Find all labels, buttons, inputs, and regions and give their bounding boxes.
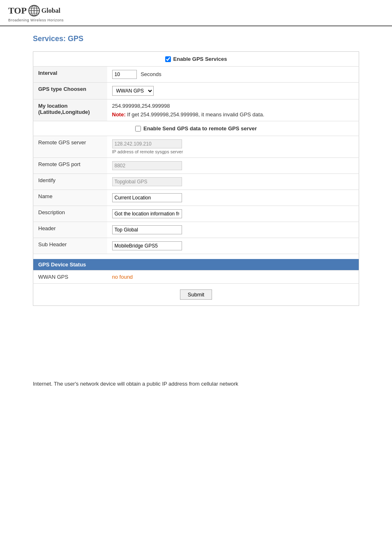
gps-type-label: GPS type Choosen xyxy=(33,83,107,99)
identify-value-cell xyxy=(107,174,359,190)
gps-type-value-cell: WWAN GPS Internal GPS USB GPS xyxy=(107,83,359,99)
subheader-input[interactable] xyxy=(112,241,182,250)
description-label: Description xyxy=(33,206,107,222)
send-gps-label[interactable]: Enable Send GPS data to remote GPS serve… xyxy=(38,125,354,132)
remote-port-input[interactable] xyxy=(112,161,182,170)
logo-global-text: Global xyxy=(42,7,60,14)
interval-input[interactable] xyxy=(112,70,137,79)
logo-globe-icon xyxy=(28,4,41,17)
gps-type-row: GPS type Choosen WWAN GPS Internal GPS U… xyxy=(33,83,359,99)
remote-server-row: Remote GPS server IP address of remote s… xyxy=(33,136,359,158)
header-input[interactable] xyxy=(112,225,182,234)
description-input[interactable] xyxy=(112,209,182,218)
header-value-cell xyxy=(107,222,359,238)
wwan-gps-status-row: WWAN GPS no found xyxy=(33,270,359,283)
enable-gps-label[interactable]: Enable GPS Services xyxy=(38,56,354,62)
description-value-cell xyxy=(107,206,359,222)
my-location-value-cell: 254.999998,254.999998 Note: If get 254.9… xyxy=(107,99,359,121)
remote-server-value-cell: IP address of remote sysgps server xyxy=(107,136,359,158)
interval-label: Interval xyxy=(33,67,107,83)
gps-type-select[interactable]: WWAN GPS Internal GPS USB GPS xyxy=(112,86,154,96)
header-field-label: Header xyxy=(33,222,107,238)
send-gps-checkbox[interactable] xyxy=(135,126,141,132)
enable-gps-checkbox[interactable] xyxy=(165,56,171,62)
submit-button[interactable]: Submit xyxy=(180,289,212,300)
send-gps-row: Enable Send GPS data to remote GPS serve… xyxy=(33,121,359,136)
my-location-value: 254.999998,254.999998 xyxy=(112,103,354,109)
logo: TOP Global Broadening Wireless Horizons xyxy=(8,4,64,22)
name-row: Name xyxy=(33,190,359,206)
submit-cell: Submit xyxy=(33,283,359,305)
enable-gps-row: Enable GPS Services xyxy=(33,52,359,67)
wwan-gps-status-cell: no found xyxy=(107,270,359,283)
name-input[interactable] xyxy=(112,193,182,202)
remote-port-label: Remote GPS port xyxy=(33,158,107,174)
logo-top-text: TOP xyxy=(8,5,27,16)
wwan-gps-label: WWAN GPS xyxy=(33,270,107,283)
section-spacer xyxy=(33,254,359,259)
remote-server-label: Remote GPS server xyxy=(33,136,107,158)
remote-server-input[interactable] xyxy=(112,139,182,148)
identify-row: Identify xyxy=(33,174,359,190)
gps-form-table: Enable GPS Services Interval Seconds GPS… xyxy=(33,51,359,306)
note-text: If get 254.999998,254.999998, it means i… xyxy=(127,111,264,118)
header-row: Header xyxy=(33,222,359,238)
remote-server-hint: IP address of remote sysgps server xyxy=(112,149,354,154)
remote-port-value-cell xyxy=(107,158,359,174)
interval-unit: Seconds xyxy=(141,71,161,77)
interval-value-cell: Seconds xyxy=(107,67,359,83)
name-value-cell xyxy=(107,190,359,206)
gps-device-status-label: GPS Device Status xyxy=(33,259,359,271)
wwan-gps-status: no found xyxy=(112,274,133,280)
remote-port-row: Remote GPS port xyxy=(33,158,359,174)
interval-row: Interval Seconds xyxy=(33,67,359,83)
identify-input[interactable] xyxy=(112,177,182,186)
my-location-row: My location (Latitude,Longitude) 254.999… xyxy=(33,99,359,121)
page-title: Services: GPS xyxy=(33,35,359,43)
note-label: Note: xyxy=(112,111,126,118)
header: TOP Global Broadening Wireless Horizons xyxy=(0,0,392,26)
subheader-row: Sub Header xyxy=(33,238,359,254)
footer-text: Internet. The user's network device will… xyxy=(33,380,359,388)
submit-row: Submit xyxy=(33,283,359,305)
my-location-label: My location (Latitude,Longitude) xyxy=(33,99,107,121)
description-row: Description xyxy=(33,206,359,222)
identify-label: Identify xyxy=(33,174,107,190)
page-content: Services: GPS Enable GPS Services Interv… xyxy=(0,26,392,396)
name-label: Name xyxy=(33,190,107,206)
logo-subtext: Broadening Wireless Horizons xyxy=(8,18,64,22)
gps-device-status-header: GPS Device Status xyxy=(33,259,359,271)
subheader-label: Sub Header xyxy=(33,238,107,254)
subheader-value-cell xyxy=(107,238,359,254)
